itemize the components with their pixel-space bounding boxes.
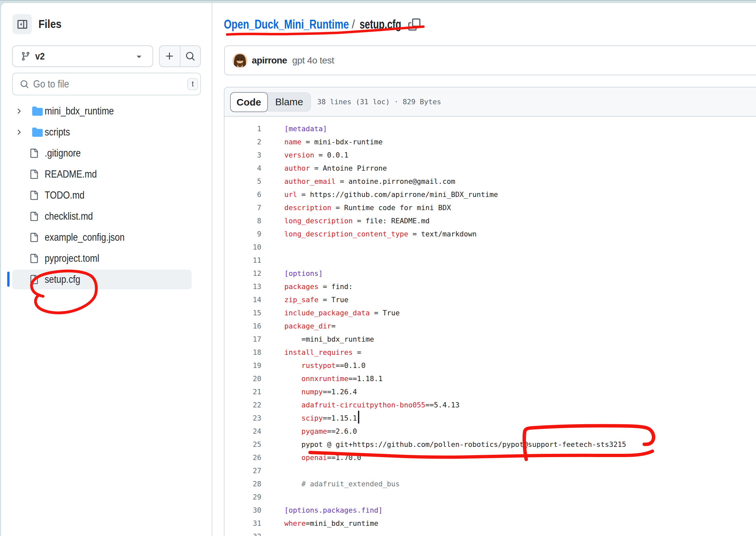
code-line-content: onnxruntime==1.18.1 (284, 372, 383, 385)
new-file-button[interactable] (160, 46, 180, 66)
tree-item-example-config-json[interactable]: example_config.json (12, 227, 192, 248)
line-number[interactable]: 5 (225, 175, 261, 188)
code-token (284, 401, 301, 409)
line-number[interactable]: 8 (225, 215, 261, 227)
code-token: author (284, 164, 310, 172)
code-line-content: [options] (284, 267, 323, 280)
line-number[interactable]: 23 (225, 412, 261, 425)
line-number[interactable]: 17 (225, 333, 261, 346)
tree-item-readme-md[interactable]: README.md (12, 164, 192, 185)
code-token: description (284, 204, 331, 212)
tree-item-label: README.md (45, 168, 97, 180)
tree-item-pyproject-toml[interactable]: pyproject.toml (12, 248, 192, 269)
code-line-17: 17 =mini_bdx_runtime (225, 333, 756, 346)
plus-icon (165, 51, 174, 61)
line-number[interactable]: 15 (225, 307, 261, 319)
shortcut-keycap: t (187, 78, 198, 90)
code-line-20: 20 onnxruntime==1.18.1 (225, 372, 756, 385)
line-number[interactable]: 1 (225, 122, 261, 135)
line-number[interactable]: 21 (225, 385, 261, 399)
avatar[interactable] (233, 53, 247, 68)
line-number[interactable]: 25 (225, 438, 261, 451)
tab-blame[interactable]: Blame (268, 93, 311, 111)
line-number[interactable]: 7 (225, 201, 261, 215)
code-token: = True (319, 296, 348, 304)
code-line-22: 22 adafruit-circuitpython-bno055==5.4.13 (225, 399, 756, 412)
code-listing: 1[metadata]2name = mini-bdx-runtime3vers… (225, 117, 756, 536)
tree-item-label: mini_bdx_runtime (45, 105, 114, 117)
code-token: ==1.26.4 (323, 388, 357, 396)
line-number[interactable]: 3 (225, 149, 261, 162)
code-line-content: numpy==1.26.4 (284, 385, 357, 399)
line-number[interactable]: 13 (225, 280, 261, 293)
line-number[interactable]: 27 (225, 464, 261, 478)
code-token (284, 361, 301, 370)
code-token: numpy (301, 388, 323, 396)
go-to-file-input[interactable]: Go to file t (12, 73, 201, 95)
commit-message[interactable]: gpt 4o test (292, 55, 334, 66)
tree-item-label: .gitignore (45, 147, 81, 159)
code-line-11: 11 (225, 254, 756, 267)
line-number[interactable]: 31 (225, 517, 261, 530)
code-line-30: 30[options.packages.find] (225, 504, 756, 517)
line-number[interactable]: 32 (225, 530, 261, 536)
line-number[interactable]: 2 (225, 135, 261, 149)
tree-item-todo-md[interactable]: TODO.md (12, 185, 192, 206)
line-number[interactable]: 18 (225, 346, 261, 359)
line-number[interactable]: 30 (225, 504, 261, 517)
branch-name: v2 (35, 51, 45, 62)
line-number[interactable]: 22 (225, 399, 261, 412)
commit-author[interactable]: apirrone (252, 55, 287, 66)
line-number[interactable]: 29 (225, 491, 261, 504)
tree-item-scripts[interactable]: scripts (12, 122, 192, 143)
page-canvas: Files v2 (0, 0, 756, 536)
copy-icon (408, 18, 421, 31)
code-line-content: scipy==1.15.1 (284, 412, 357, 425)
code-token: packages (284, 283, 319, 291)
file-icon (29, 191, 39, 200)
file-icon (29, 275, 39, 284)
top-hairline (0, 0, 756, 1)
line-number[interactable]: 20 (225, 372, 261, 385)
code-token: package_dir (284, 322, 331, 330)
code-token: [options.packages.find] (284, 506, 383, 514)
line-number[interactable]: 26 (225, 451, 261, 464)
git-branch-icon (21, 51, 31, 61)
tree-item-setup-cfg[interactable]: setup.cfg (12, 270, 192, 289)
line-number[interactable]: 14 (225, 293, 261, 307)
code-line-content: author_email = antoine.pirrone@gmail.com (284, 175, 455, 188)
line-number[interactable]: 11 (225, 254, 261, 267)
sidebar-collapse-button[interactable] (13, 14, 32, 34)
search-tree-button[interactable] (180, 46, 201, 66)
tree-actions (159, 45, 201, 67)
folder-icon (32, 127, 43, 137)
code-token: scipy (301, 414, 323, 422)
tab-code[interactable]: Code (230, 92, 268, 112)
file-icon (29, 212, 39, 221)
line-number[interactable]: 28 (225, 478, 261, 491)
code-token: author_email (284, 177, 335, 185)
line-number[interactable]: 19 (225, 359, 261, 372)
line-number[interactable]: 9 (225, 227, 261, 241)
line-number[interactable]: 4 (225, 162, 261, 175)
code-token: ==2.6.0 (327, 427, 357, 435)
code-token: ==1.18.1 (348, 375, 383, 383)
copy-path-button[interactable] (408, 18, 421, 31)
file-content-box: Code Blame 38 lines (31 loc) · 829 Bytes… (224, 87, 756, 536)
tree-item-gitignore[interactable]: .gitignore (12, 143, 192, 164)
tree-item-checklist-md[interactable]: checklist.md (12, 206, 192, 227)
code-token: pygame (301, 427, 327, 435)
line-number[interactable]: 10 (225, 241, 261, 254)
file-icon (29, 170, 39, 179)
line-number[interactable]: 16 (225, 319, 261, 333)
breadcrumb-repo-link[interactable]: Open_Duck_Mini_Runtime (224, 17, 349, 32)
tree-item-mini-bdx-runtime[interactable]: mini_bdx_runtime (12, 101, 192, 122)
line-number[interactable]: 6 (225, 188, 261, 201)
code-line-content: version = 0.0.1 (284, 149, 348, 162)
line-number[interactable]: 12 (225, 267, 261, 280)
branch-selector[interactable]: v2 (12, 45, 153, 67)
code-line-content: [options.packages.find] (284, 504, 383, 517)
line-number[interactable]: 24 (225, 425, 261, 438)
code-line-content: [metadata] (284, 122, 327, 135)
code-line-15: 15include_package_data = True (225, 307, 756, 319)
